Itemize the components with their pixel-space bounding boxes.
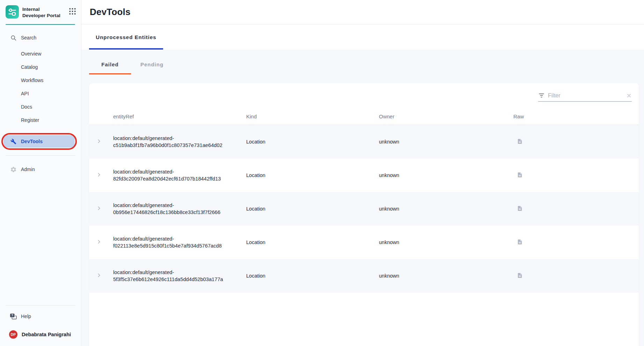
column-header-raw: Raw: [513, 113, 639, 119]
document-icon: [517, 205, 523, 212]
entity-kind: Location: [246, 172, 379, 178]
entity-owner: unknown: [379, 273, 513, 279]
entity-kind: Location: [246, 139, 379, 145]
sidebar-item-search[interactable]: Search: [0, 31, 81, 44]
table-row[interactable]: location:default/generated-f022113e8e5d9…: [89, 226, 639, 259]
sidebar-item-label: Admin: [21, 167, 35, 172]
sidebar-item-docs[interactable]: Docs: [0, 100, 81, 113]
document-icon: [517, 272, 523, 279]
document-icon: [517, 138, 523, 145]
table-row[interactable]: location:default/generated-82fd3c20097ea…: [89, 159, 639, 192]
page-title: DevTools: [90, 7, 131, 17]
entity-ref: location:default/generated-5f3f5c37e6b61…: [113, 269, 246, 283]
sidebar-item-help[interactable]: ? Help: [0, 310, 81, 322]
column-header-kind: Kind: [246, 113, 379, 119]
sidebar-item-label: Search: [21, 35, 36, 41]
expand-row-button[interactable]: [96, 272, 102, 278]
view-raw-button[interactable]: [517, 238, 523, 245]
svg-text:?: ?: [12, 314, 13, 317]
entities-table-card: entityRef Kind Owner Raw location:defaul…: [89, 83, 639, 346]
filter-list-icon: [538, 92, 545, 99]
entity-ref: location:default/generated-c51b9ab3f1fb7…: [113, 135, 246, 149]
expand-row-button[interactable]: [96, 138, 102, 144]
view-raw-button[interactable]: [517, 138, 523, 145]
entity-kind: Location: [246, 206, 379, 212]
sidebar-item-label: Workflows: [21, 78, 43, 83]
expand-row-button[interactable]: [96, 205, 102, 211]
brand-divider: [6, 24, 75, 25]
view-raw-button[interactable]: [517, 272, 523, 279]
sidebar-item-label: Register: [21, 117, 39, 123]
chevron-right-icon: [96, 239, 102, 245]
avatar: DP: [9, 330, 17, 339]
brand-home-link[interactable]: Internal Developer Portal: [0, 0, 81, 19]
view-raw-button[interactable]: [517, 205, 523, 212]
table-row[interactable]: location:default/generated-0b956e1744682…: [89, 192, 639, 226]
table-row[interactable]: location:default/generated-c51b9ab3f1fb7…: [89, 125, 639, 159]
entity-owner: unknown: [379, 139, 513, 145]
entity-kind: Location: [246, 273, 379, 279]
search-icon: [10, 34, 17, 41]
table-row[interactable]: location:default/generated-5f3f5c37e6b61…: [89, 259, 639, 293]
filter-field: [538, 92, 632, 102]
sidebar-item-overview[interactable]: Overview: [0, 47, 81, 60]
filter-input[interactable]: [548, 93, 623, 99]
entity-owner: unknown: [379, 206, 513, 212]
chevron-right-icon: [96, 272, 102, 278]
chat-question-icon: ?: [10, 313, 17, 320]
wrench-icon: [10, 138, 17, 145]
tab-pending[interactable]: Pending: [131, 54, 173, 75]
sidebar-nav: Search Overview Catalog Workflows API Do…: [0, 31, 81, 176]
document-icon: [517, 171, 523, 178]
document-icon: [517, 238, 523, 245]
sidebar-divider: [6, 305, 75, 305]
sidebar-item-workflows[interactable]: Workflows: [0, 74, 81, 87]
expand-row-button[interactable]: [96, 239, 102, 245]
portal-logo-icon: [6, 5, 19, 19]
table-toolbar: [89, 83, 639, 108]
primary-tab-bar: Unprocessed Entities: [81, 24, 644, 50]
sub-tab-bar: Failed Pending: [81, 50, 644, 75]
sidebar-item-devtools[interactable]: DevTools: [3, 135, 75, 148]
chevron-right-icon: [96, 138, 102, 144]
entity-kind: Location: [246, 240, 379, 245]
tab-unprocessed-entities[interactable]: Unprocessed Entities: [89, 24, 163, 50]
sidebar-item-register[interactable]: Register: [0, 113, 81, 127]
sidebar-bottom: ? Help DP Debabrata Panigrahi: [0, 305, 81, 346]
column-header-owner: Owner: [379, 113, 513, 119]
sidebar-item-api[interactable]: API: [0, 87, 81, 100]
main-content: DevTools Unprocessed Entities Failed Pen…: [81, 0, 644, 346]
entity-ref: location:default/generated-f022113e8e5d9…: [113, 235, 246, 250]
sidebar-divider: [6, 155, 75, 156]
entity-owner: unknown: [379, 240, 513, 245]
user-menu[interactable]: DP Debabrata Panigrahi: [0, 328, 81, 341]
sidebar-item-label: Catalog: [21, 64, 38, 70]
gear-icon: [10, 166, 17, 173]
entity-ref: location:default/generated-82fd3c20097ea…: [113, 168, 246, 183]
user-name: Debabrata Panigrahi: [22, 332, 71, 337]
sidebar-item-admin[interactable]: Admin: [0, 163, 81, 176]
app-root: Internal Developer Portal Search: [0, 0, 644, 346]
sidebar-item-label: Docs: [21, 104, 32, 110]
close-icon: [626, 93, 632, 98]
sidebar-item-label: Help: [21, 314, 31, 319]
expand-row-button[interactable]: [96, 172, 102, 178]
tab-failed[interactable]: Failed: [89, 54, 131, 75]
sidebar-item-label: Overview: [21, 51, 41, 57]
clear-filter-button[interactable]: [626, 93, 632, 98]
grid-dots-icon[interactable]: [69, 8, 76, 15]
entity-owner: unknown: [379, 172, 513, 178]
chevron-right-icon: [96, 172, 102, 178]
chevron-right-icon: [96, 205, 102, 211]
entity-ref: location:default/generated-0b956e1744682…: [113, 202, 246, 216]
sidebar: Internal Developer Portal Search: [0, 0, 81, 346]
column-header-entityref: entityRef: [113, 113, 246, 119]
view-raw-button[interactable]: [517, 171, 523, 178]
sidebar-item-catalog[interactable]: Catalog: [0, 60, 81, 74]
app-title: Internal Developer Portal: [22, 5, 63, 19]
table-header-row: entityRef Kind Owner Raw: [89, 108, 639, 125]
sidebar-item-label: DevTools: [21, 139, 43, 144]
sidebar-item-label: API: [21, 91, 29, 96]
page-header: DevTools: [81, 0, 644, 24]
